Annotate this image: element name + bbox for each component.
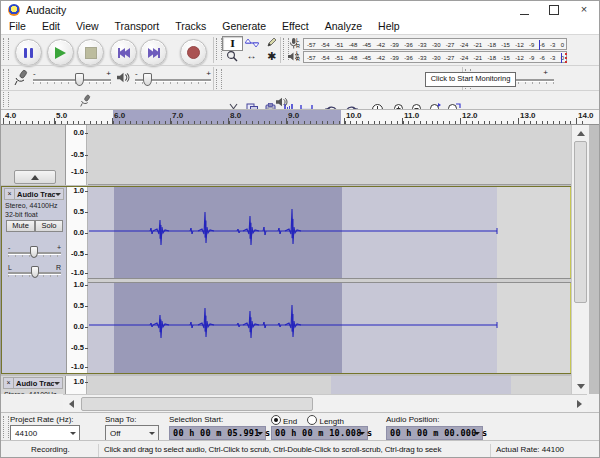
track-control-panel: × Audio Track Stereo, 44100Hz 32-bit flo… bbox=[2, 187, 67, 373]
scroll-down-button[interactable] bbox=[572, 379, 589, 394]
ruler-minor-tick bbox=[397, 121, 398, 124]
ruler-minor-tick bbox=[530, 121, 531, 124]
timeshift-tool-button[interactable]: ↔ bbox=[242, 49, 261, 62]
ruler-minor-tick bbox=[316, 121, 317, 124]
vertical-ruler-tick bbox=[85, 254, 88, 255]
vertical-scrollbar-thumb[interactable] bbox=[574, 141, 587, 303]
menu-item-file[interactable]: File bbox=[1, 19, 34, 34]
status-state: Recording. bbox=[31, 445, 70, 454]
playback-volume-slider[interactable]: - + bbox=[135, 69, 211, 85]
menu-item-edit[interactable]: Edit bbox=[34, 19, 68, 34]
track-partial-bottom[interactable]: × Audio Track Stereo, 44100Hz bbox=[1, 376, 572, 394]
track-header[interactable]: × Audio Track bbox=[3, 377, 63, 389]
collapse-icon bbox=[31, 171, 39, 180]
vertical-scrollbar[interactable] bbox=[571, 125, 589, 394]
end-radio[interactable] bbox=[271, 415, 281, 425]
ruler-major-tick bbox=[344, 118, 345, 124]
ruler-major-tick bbox=[3, 118, 4, 124]
scroll-right-button[interactable] bbox=[572, 396, 587, 412]
menu-item-generate[interactable]: Generate bbox=[214, 19, 274, 34]
selection-start-field[interactable]: 00 h 00 m 05.991 s bbox=[169, 426, 266, 440]
track-title: Audio Track bbox=[15, 190, 55, 199]
recording-volume-thumb[interactable] bbox=[75, 73, 84, 86]
horizontal-scrollbar[interactable] bbox=[63, 394, 587, 413]
mute-button[interactable]: Mute bbox=[6, 220, 35, 232]
ruler-minor-tick bbox=[159, 121, 160, 124]
play-button[interactable] bbox=[47, 39, 74, 66]
zoom-tool-button[interactable] bbox=[222, 49, 241, 62]
scroll-up-button[interactable] bbox=[572, 125, 589, 140]
audio-position-value: 00 h 00 m 00.000 s bbox=[390, 428, 488, 438]
selection-end-field[interactable]: 00 h 00 m 10.008 s bbox=[271, 426, 368, 440]
ruler-minor-tick bbox=[385, 121, 386, 124]
device-toolbar-grip[interactable] bbox=[3, 92, 9, 107]
horizontal-scrollbar-thumb[interactable] bbox=[81, 397, 313, 411]
meter-scale-label: -48 bbox=[349, 54, 358, 62]
ruler-minor-tick bbox=[501, 121, 502, 124]
vertical-ruler-tick bbox=[85, 155, 88, 156]
vertical-ruler-label: -0.5 bbox=[61, 150, 84, 159]
menu-item-transport[interactable]: Transport bbox=[107, 19, 168, 34]
edit-toolbar-grip[interactable] bbox=[216, 69, 222, 89]
length-radio[interactable] bbox=[307, 415, 317, 425]
draw-tool-button[interactable] bbox=[262, 36, 281, 49]
project-rate-select[interactable]: 44100 bbox=[10, 425, 80, 441]
track-close-button[interactable]: × bbox=[5, 189, 15, 199]
selection-toolbar-grip[interactable] bbox=[3, 416, 9, 438]
transport-toolbar-grip[interactable] bbox=[3, 38, 9, 60]
track-header[interactable]: × Audio Track bbox=[4, 188, 64, 200]
track-bottom-waveform-area[interactable] bbox=[88, 376, 571, 394]
multi-tool-button[interactable]: ✱ bbox=[262, 49, 281, 62]
ruler-minor-tick bbox=[15, 121, 16, 124]
scroll-left-button[interactable] bbox=[63, 396, 78, 412]
monitoring-tooltip[interactable]: Click to Start Monitoring bbox=[425, 72, 516, 87]
status-actual-rate: Actual Rate: 44100 bbox=[496, 445, 564, 454]
pan-slider[interactable]: L R bbox=[8, 263, 61, 277]
meter-scale-label: -24 bbox=[460, 41, 469, 49]
pause-button[interactable] bbox=[15, 39, 42, 66]
vertical-ruler-tick bbox=[85, 327, 88, 328]
audio-position-field[interactable]: 00 h 00 m 00.000 s bbox=[386, 426, 483, 440]
ruler-minor-tick bbox=[136, 121, 137, 124]
track-main[interactable]: × Audio Track Stereo, 44100Hz 32-bit flo… bbox=[1, 186, 572, 374]
meter-scale-label: -9 bbox=[529, 54, 534, 62]
record-icon bbox=[187, 46, 200, 59]
meter-scale-label: -42 bbox=[376, 41, 385, 49]
end-radio-label[interactable]: End bbox=[283, 417, 297, 426]
minimize-button[interactable] bbox=[509, 1, 539, 19]
gain-slider[interactable]: - + bbox=[8, 243, 61, 257]
playback-volume-thumb[interactable] bbox=[143, 73, 152, 86]
close-button[interactable]: × bbox=[569, 1, 599, 19]
skip-to-start-button[interactable] bbox=[110, 39, 137, 66]
menu-item-help[interactable]: Help bbox=[370, 19, 408, 34]
maximize-button[interactable] bbox=[539, 1, 569, 19]
track-close-button[interactable]: × bbox=[4, 378, 14, 388]
timeline-ruler[interactable]: 4.05.06.07.08.09.010.011.012.013.014.0 bbox=[1, 109, 599, 125]
mixer-toolbar-grip[interactable] bbox=[3, 69, 9, 89]
gain-thumb[interactable] bbox=[30, 246, 38, 258]
menu-item-view[interactable]: View bbox=[68, 19, 107, 34]
menu-item-effect[interactable]: Effect bbox=[274, 19, 317, 34]
envelope-icon bbox=[245, 38, 259, 48]
meter-scale-label: -27 bbox=[446, 41, 455, 49]
snap-to-select[interactable]: Off bbox=[105, 425, 159, 441]
skip-to-end-button[interactable] bbox=[140, 39, 167, 66]
arrow-down-icon bbox=[577, 384, 585, 393]
ruler-minor-tick bbox=[73, 121, 74, 124]
recording-meter[interactable]: -57-54-51-48-45-42-39-36-33-30-27-24-21-… bbox=[303, 38, 567, 50]
recording-volume-slider[interactable]: - + bbox=[33, 69, 111, 85]
track-top-waveform-area[interactable] bbox=[88, 125, 571, 185]
track-collapse-button[interactable] bbox=[14, 170, 56, 184]
envelope-tool-button[interactable] bbox=[242, 36, 261, 49]
menu-item-analyze[interactable]: Analyze bbox=[317, 19, 370, 34]
menu-item-tracks[interactable]: Tracks bbox=[167, 19, 214, 34]
meter-scale-label: -12 bbox=[515, 54, 524, 62]
pan-thumb[interactable] bbox=[31, 266, 39, 278]
stop-button[interactable] bbox=[77, 39, 104, 66]
ruler-label: 6.0 bbox=[114, 111, 125, 120]
length-radio-label[interactable]: Length bbox=[319, 417, 343, 426]
solo-button[interactable]: Solo bbox=[35, 220, 63, 232]
record-button[interactable] bbox=[180, 39, 207, 66]
playback-meter[interactable]: -57-54-51-48-45-42-39-36-33-30-27-24-21-… bbox=[303, 51, 567, 63]
track-menu-caret-icon[interactable] bbox=[54, 382, 60, 388]
